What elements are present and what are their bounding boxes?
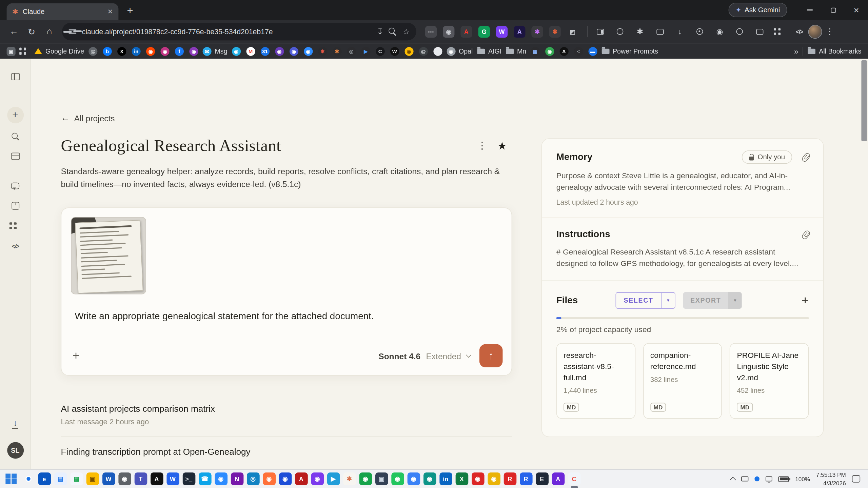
cast-icon[interactable] [652, 24, 668, 39]
model-selector[interactable]: Sonnet 4.6 Extended [378, 351, 472, 361]
chat-list-item[interactable]: AI assistant projects comparison matrix … [61, 396, 512, 436]
memory-edit-icon[interactable] [801, 152, 811, 163]
downloads-icon[interactable]: ↓ [672, 24, 688, 39]
file-card[interactable]: companion-reference.md 382 lines MD [643, 343, 722, 419]
taskbar-app-icon[interactable]: X [455, 472, 468, 485]
bookmark-favicon[interactable]: in [132, 47, 141, 56]
bookmark-favicon[interactable]: ◉ [289, 47, 298, 56]
bookmark-favicon[interactable]: M [246, 47, 255, 56]
instructions-edit-icon[interactable] [801, 229, 811, 240]
password-manager-icon[interactable] [692, 24, 708, 39]
bookmark-google-drive[interactable]: Google Drive [34, 47, 84, 55]
export-dropdown-icon[interactable]: ▾ [728, 292, 742, 309]
file-card[interactable]: PROFILE AI-Jane Linguistic Style v2.md 4… [730, 343, 809, 419]
address-bar[interactable]: claude.ai/project/019878c2-cc9d-776e-be3… [62, 23, 416, 40]
bookmark-favicon[interactable]: C [376, 47, 384, 56]
bookmark-favicon[interactable]: b [103, 47, 112, 56]
new-tab-button[interactable]: + [122, 3, 138, 19]
taskbar-app-icon[interactable]: >_ [182, 472, 195, 485]
bookmark-favicon[interactable]: ▦ [531, 47, 539, 56]
sidebar-archive-button[interactable] [5, 146, 25, 166]
taskbar-app-icon[interactable]: ◉ [118, 472, 131, 485]
new-chat-button[interactable]: + [5, 105, 25, 125]
taskbar-app-icon[interactable]: ◉ [471, 472, 484, 485]
composer-input-text[interactable]: Write an appropriate genealogical statem… [75, 311, 498, 322]
sidebar-projects-button[interactable] [5, 196, 25, 216]
taskbar-app-icon[interactable] [22, 472, 35, 485]
extension-icon[interactable]: ◉ [443, 26, 454, 37]
notification-center-icon[interactable] [852, 475, 860, 482]
close-button[interactable]: ✕ [845, 0, 868, 20]
taskbar-app-icon[interactable]: W [166, 472, 179, 485]
bookmark-favicon[interactable]: ▶ [361, 47, 370, 56]
instructions-body[interactable]: # Genealogical Research Assistant v8.5.1… [556, 246, 809, 270]
profile-avatar[interactable] [808, 25, 822, 39]
export-button[interactable]: EXPORT ▾ [683, 292, 742, 309]
tray-device-icon[interactable] [742, 476, 749, 482]
dev-console-icon[interactable] [792, 24, 807, 39]
maximize-button[interactable] [822, 0, 845, 20]
project-star-icon[interactable]: ★ [492, 139, 512, 152]
sidebar-apps-button[interactable] [5, 216, 25, 236]
bookmark-favicon[interactable]: @ [419, 47, 428, 56]
bookmark-msg[interactable]: ✉ Msg [203, 47, 228, 56]
taskbar-app-icon[interactable]: E [536, 472, 549, 485]
taskbar-app-icon[interactable]: ◉ [215, 472, 228, 485]
taskbar-app-icon[interactable]: R [504, 472, 516, 485]
bookmark-favicon[interactable]: ◉ [146, 47, 155, 56]
bookmark-favicon[interactable]: W [390, 47, 399, 56]
bookmark-favicon[interactable]: ▬ [588, 47, 597, 56]
site-settings-icon[interactable] [68, 28, 76, 35]
taskbar-app-icon[interactable]: ◉ [263, 472, 276, 485]
taskbar-app-icon[interactable]: ▤ [54, 472, 67, 485]
print-icon[interactable] [752, 24, 767, 39]
extension-icon[interactable]: ✱ [549, 26, 561, 37]
bookmark-favicon[interactable]: f [175, 47, 184, 56]
bookmark-favicon[interactable]: ◉ [275, 47, 284, 56]
sidebar-code-button[interactable] [5, 236, 25, 256]
memory-body[interactable]: Purpose & context Steve Little is a gene… [556, 170, 809, 193]
minimize-button[interactable] [798, 0, 822, 20]
bookmark-app-icon[interactable]: ▣ [7, 47, 16, 56]
extension-icon[interactable]: ⋯ [425, 26, 437, 37]
taskbar-app-icon[interactable]: ◉ [311, 472, 324, 485]
all-projects-link[interactable]: ← All projects [61, 112, 512, 124]
tab-close-icon[interactable]: ✕ [107, 8, 113, 16]
taskbar-app-icon[interactable]: ▣ [86, 472, 99, 485]
taskbar-app-icon[interactable]: ◉ [391, 472, 404, 485]
snowflake-icon[interactable]: ✱ [632, 24, 648, 39]
url-text[interactable]: claude.ai/project/019878c2-cc9d-776e-be3… [82, 27, 371, 36]
select-dropdown-icon[interactable]: ▾ [661, 293, 675, 308]
bookmark-favicon[interactable]: @ [88, 47, 97, 56]
ask-gemini-button[interactable]: ✦ Ask Gemini [729, 3, 787, 17]
bookmark-favicon[interactable]: ✱ [333, 47, 341, 56]
home-button[interactable]: ⌂ [41, 23, 58, 40]
taskbar-app-icon[interactable]: A [150, 472, 163, 485]
taskbar-app-icon[interactable]: A [295, 472, 308, 485]
side-panel-icon[interactable] [592, 24, 608, 39]
taskbar-app-icon[interactable]: T [134, 472, 147, 485]
taskbar-app-icon[interactable]: in [439, 472, 452, 485]
extension-icon[interactable]: ◩ [567, 26, 578, 37]
taskbar-app-icon[interactable]: R [519, 472, 532, 485]
bookmarks-overflow-icon[interactable]: » [794, 47, 798, 56]
battery-icon[interactable] [778, 476, 789, 482]
taskbar-app-icon[interactable]: e [38, 472, 51, 485]
taskbar-app-icon[interactable]: A [552, 472, 565, 485]
attach-plus-icon[interactable]: + [73, 349, 79, 362]
bookmark-opal[interactable]: ◉ Opal [447, 47, 473, 56]
add-file-icon[interactable]: + [802, 293, 809, 307]
select-button[interactable]: SELECT ▾ [615, 292, 675, 309]
bookmark-favicon[interactable]: ◉ [405, 47, 413, 56]
project-menu-icon[interactable]: ⋮ [472, 139, 492, 151]
bookmark-favicon[interactable]: < [574, 47, 583, 56]
taskbar-app-icon[interactable]: ◉ [359, 472, 372, 485]
extension-icon[interactable]: W [496, 26, 508, 37]
install-app-icon[interactable]: ↧ [377, 28, 383, 36]
browser-menu-icon[interactable]: ⋮ [823, 26, 836, 36]
sidebar-search-button[interactable] [5, 126, 25, 146]
location-icon[interactable]: ◉ [712, 24, 728, 39]
tray-overflow-icon[interactable] [730, 476, 736, 483]
bookmark-folder-mn[interactable]: Mn [506, 47, 526, 55]
taskbar-clock[interactable]: 7:55:13 PM 4/3/2026 [816, 471, 846, 487]
